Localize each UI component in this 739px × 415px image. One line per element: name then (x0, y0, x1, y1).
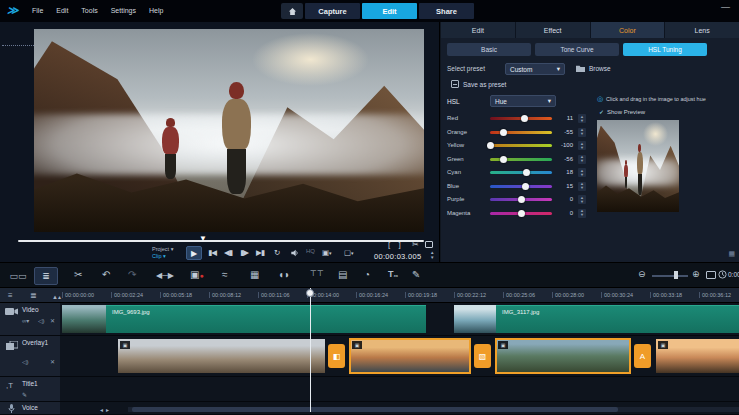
slider-track-yellow[interactable] (490, 144, 552, 147)
overlay-clip[interactable]: ▣ (656, 339, 739, 373)
ripple-edit-icon[interactable]: ▲▴ (52, 293, 61, 300)
paint-tool-icon[interactable]: ✎ (412, 269, 420, 280)
tab-color[interactable]: Color (591, 22, 665, 38)
tab-edit[interactable]: Edit (441, 22, 515, 38)
subtitle-icon[interactable]: ⊤⊤ (310, 269, 324, 278)
slider-stepper[interactable]: ▲▼ (578, 168, 586, 177)
overlay-clip[interactable]: ▣ (118, 339, 325, 373)
subtab-tone-curve[interactable]: Tone Curve (535, 43, 619, 56)
fit-timeline-icon[interactable] (706, 271, 716, 279)
transition-icon[interactable]: A (634, 344, 651, 368)
enlarge-preview-icon[interactable] (425, 241, 433, 248)
mute-icon[interactable]: ◁) (38, 317, 45, 324)
volume-icon[interactable] (290, 249, 299, 257)
playback-scrubber[interactable] (18, 240, 424, 242)
zoom-out-icon[interactable]: ⊖ (638, 269, 646, 279)
slider-stepper[interactable]: ▲▼ (578, 195, 586, 204)
menu-help[interactable]: Help (149, 7, 163, 14)
storyboard-view-button[interactable]: ▭▭ (6, 267, 30, 285)
scrollbar-thumb[interactable] (132, 407, 618, 412)
sound-mixer-icon[interactable]: ≈ (222, 269, 228, 280)
tab-lens[interactable]: Lens (665, 22, 739, 38)
overlay-track-header[interactable]: Overlay1 ◁) ✕ (0, 336, 60, 377)
show-preview-toggle[interactable]: ✓ Show Preview (599, 108, 645, 115)
clip-thumbnail[interactable] (454, 305, 496, 333)
scrubber-handle[interactable]: ▼ (199, 234, 207, 243)
scroll-arrows[interactable]: ◂▸ (100, 406, 112, 413)
overlay-clip-selected[interactable]: ▣ (350, 339, 470, 373)
prev-frame-button[interactable]: ◀▮ (224, 248, 232, 257)
grid-icon[interactable]: ▤ (338, 269, 347, 280)
slider-handle[interactable] (500, 129, 507, 136)
mark-in-out-icons[interactable]: [ ] (388, 240, 404, 249)
video-track-lane[interactable]: IMG_9693.jpg B IMG_3117.jpg (60, 303, 739, 336)
slider-track-red[interactable] (490, 117, 552, 120)
capture-frame-button[interactable]: ▣▾ (322, 248, 332, 257)
menu-tools[interactable]: Tools (81, 7, 97, 14)
slider-track-magenta[interactable] (490, 212, 552, 215)
menu-edit[interactable]: Edit (56, 7, 68, 14)
disable-track-icon[interactable]: ✕ (50, 317, 55, 324)
cut-icon[interactable]: ✂ (74, 269, 82, 280)
tab-effect[interactable]: Effect (516, 22, 590, 38)
record-capture-icon[interactable]: ▣● (190, 269, 204, 280)
project-mode-label[interactable]: Project ▾ (152, 246, 173, 252)
slider-handle[interactable] (518, 196, 525, 203)
mode-tab-capture[interactable]: Capture (305, 3, 360, 19)
hue-preview-thumbnail[interactable] (597, 120, 679, 212)
edit-title-icon[interactable]: ✎ (22, 391, 27, 398)
mode-tab-share[interactable]: Share (419, 3, 474, 19)
link-icon[interactable]: ∞▾ (22, 317, 29, 324)
menu-settings[interactable]: Settings (111, 7, 136, 14)
clip-thumbnail[interactable] (62, 305, 106, 333)
split-clip-icon[interactable]: ✂ (412, 240, 419, 249)
zoom-slider-handle[interactable] (674, 271, 678, 279)
timeline-zoom-slider[interactable] (652, 275, 688, 277)
horizontal-scrollbar[interactable] (128, 407, 739, 412)
video-track-header[interactable]: Video ∞▾ ◁) ✕ (0, 303, 60, 336)
overlay-track-lane[interactable]: ▣ ◧ ▣ ▧ ▣ A ▣ (60, 336, 739, 377)
trim-icon[interactable]: ◀─▶ (156, 271, 174, 280)
chat-icon[interactable]: ◔ (364, 269, 370, 280)
slider-track-orange[interactable] (490, 131, 552, 134)
playhead-handle[interactable] (306, 289, 314, 297)
slider-stepper[interactable]: ▲▼ (578, 114, 586, 123)
clip-mode-label[interactable]: Clip ▾ (152, 253, 166, 259)
slider-handle[interactable] (487, 142, 494, 149)
slider-handle[interactable] (521, 115, 528, 122)
mute-icon[interactable]: ◁) (22, 358, 29, 365)
subtab-basic[interactable]: Basic (447, 43, 531, 56)
disable-track-icon[interactable]: ✕ (50, 358, 55, 365)
slider-track-green[interactable] (490, 158, 552, 161)
menu-file[interactable]: File (32, 7, 43, 14)
video-clip[interactable]: IMG_9693.jpg (106, 305, 426, 333)
hsl-channel-dropdown[interactable]: Hue▾ (490, 95, 556, 107)
timeline-ruler[interactable]: ≡ ≣ ▲▴ 00:00:00:0000:00:02:2400:00:05:18… (0, 288, 739, 303)
multicam-icon[interactable]: ▦ (250, 269, 259, 280)
add-track-icon[interactable]: ≣ (30, 291, 37, 300)
save-as-preset-button[interactable]: Save as preset (451, 80, 506, 88)
transition-icon[interactable]: ▧ (474, 344, 491, 368)
slider-stepper[interactable]: ▲▼ (578, 182, 586, 191)
title-tool-icon[interactable]: T₃₀ (388, 269, 398, 279)
slider-stepper[interactable]: ▲▼ (578, 128, 586, 137)
slider-track-blue[interactable] (490, 185, 552, 188)
slider-stepper[interactable]: ▲▼ (578, 209, 586, 218)
mode-tab-edit[interactable]: Edit (362, 3, 417, 19)
overlay-clip-selected[interactable]: ▣ (496, 339, 630, 373)
voice-track-header[interactable]: Voice (0, 402, 60, 415)
slider-handle[interactable] (522, 183, 529, 190)
home-button[interactable] (281, 3, 303, 19)
panel-corner-icon[interactable]: ▦ (728, 250, 735, 258)
playhead-line[interactable] (310, 288, 311, 412)
loop-button[interactable]: ↻ (274, 248, 279, 257)
slider-stepper[interactable]: ▲▼ (578, 141, 586, 150)
undo-icon[interactable]: ↶ (102, 269, 110, 280)
slider-track-purple[interactable] (490, 198, 552, 201)
title-track-lane[interactable] (60, 377, 739, 402)
transition-icon[interactable]: ◧ (328, 344, 345, 368)
minimize-icon[interactable]: — (721, 2, 730, 12)
slider-handle[interactable] (523, 169, 530, 176)
preset-dropdown[interactable]: Custom▾ (505, 63, 565, 75)
track-manager-icon[interactable]: ≡ (8, 291, 13, 300)
